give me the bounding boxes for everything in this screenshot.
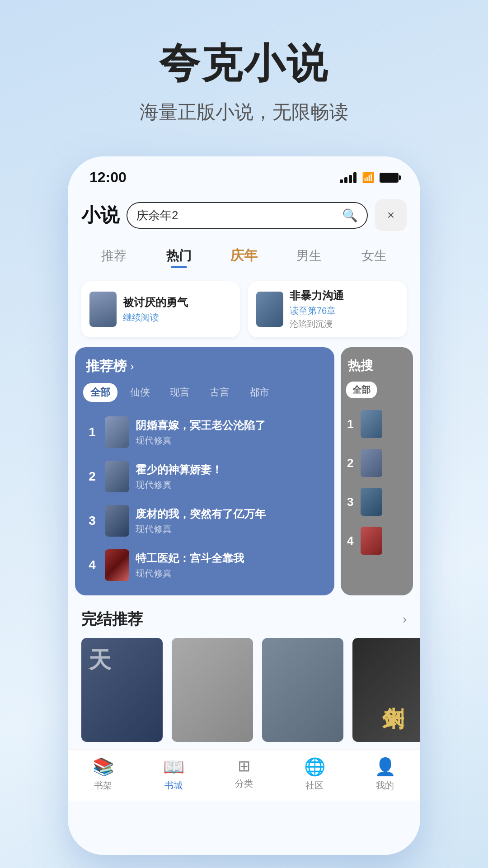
nav-item-profile[interactable]: 👤 我的 (350, 757, 420, 792)
rec-cover-2 (105, 461, 129, 492)
hot-cover-2 (361, 449, 382, 477)
status-time: 12:00 (89, 169, 127, 186)
close-button[interactable]: × (375, 199, 407, 231)
content-split: 推荐榜 › 全部 仙侠 现言 古言 都市 1 (68, 347, 420, 595)
rec-title: 推荐榜 (86, 357, 127, 376)
hot-item-4[interactable]: 4 (344, 521, 409, 560)
filter-tabs: 全部 仙侠 现言 古言 都市 (75, 383, 334, 410)
profile-icon: 👤 (375, 757, 396, 777)
rec-rank-3: 3 (86, 514, 99, 528)
rec-rank-1: 1 (86, 425, 99, 439)
rec-info-1: 阴婚喜嫁，冥王老公沦陷了 现代修真 (136, 418, 266, 447)
hot-cover-1 (361, 410, 382, 438)
nav-label-profile: 我的 (376, 779, 394, 792)
rec-item-1[interactable]: 1 阴婚喜嫁，冥王老公沦陷了 现代修真 (81, 410, 328, 454)
bottom-nav: 📚 书架 📖 书城 ⊞ 分类 🌐 社区 👤 我的 (68, 749, 420, 801)
rec-cover-3 (105, 505, 129, 537)
header: 小说 庆余年2 🔍 × (68, 190, 420, 238)
rec-list: 1 阴婚喜嫁，冥王老公沦陷了 现代修真 2 霍少的神算娇妻！ (75, 410, 334, 595)
hot-header: 热搜 (341, 347, 413, 382)
search-input-value: 庆余年2 (136, 208, 338, 223)
rec-item-2[interactable]: 2 霍少的神算娇妻！ 现代修真 (81, 454, 328, 499)
rec-info-3: 废材的我，突然有了亿万年 现代修真 (136, 507, 266, 535)
recent-card-2[interactable]: 非暴力沟通 读至第76章 沦陷到沉浸 (248, 281, 407, 337)
recent-progress-2: 沦陷到沉浸 (290, 318, 344, 330)
recent-card-1[interactable]: 被讨厌的勇气 继续阅读 (81, 281, 240, 337)
hot-item-3[interactable]: 3 (344, 482, 409, 521)
nav-label-store: 书城 (164, 779, 183, 792)
hot-rank-4: 4 (347, 534, 357, 548)
phone-frame: 12:00 📶 小说 庆余年2 🔍 × (68, 156, 420, 855)
book-row: 天 剑来 (81, 638, 407, 742)
tab-male[interactable]: 男生 (277, 244, 342, 268)
rec-info-2: 霍少的神算娇妻！ 现代修真 (136, 462, 222, 491)
hot-cover-3 (361, 488, 382, 516)
book-cover-2 (256, 292, 283, 327)
filter-xiandai[interactable]: 现言 (163, 383, 197, 402)
recent-title-2: 非暴力沟通 (290, 288, 344, 303)
tab-female[interactable]: 女生 (342, 244, 407, 268)
recent-action-2: 读至第76章 (290, 305, 344, 317)
book-thumb-1[interactable]: 天 (81, 638, 163, 742)
search-icon[interactable]: 🔍 (342, 208, 358, 223)
complete-section: 完结推荐 › 天 剑来 (68, 595, 420, 749)
rec-book-tag-4: 现代修真 (136, 567, 244, 580)
book-thumb-4[interactable]: 剑来 (352, 638, 420, 742)
rec-rank-4: 4 (86, 558, 99, 572)
hot-item-2[interactable]: 2 (344, 443, 409, 482)
recent-info-2: 非暴力沟通 读至第76章 沦陷到沉浸 (290, 288, 344, 330)
tab-recommend[interactable]: 推荐 (81, 244, 146, 268)
nav-label-category: 分类 (235, 778, 253, 790)
rec-rank-2: 2 (86, 469, 99, 484)
rec-header: 推荐榜 › (75, 347, 334, 383)
nav-label-bookshelf: 书架 (94, 779, 112, 792)
rec-book-tag-3: 现代修真 (136, 523, 266, 535)
book-cover-1 (89, 292, 117, 327)
wifi-icon: 📶 (362, 172, 374, 184)
rec-book-tag-2: 现代修真 (136, 479, 222, 491)
filter-xianxia[interactable]: 仙侠 (123, 383, 157, 402)
hot-filter-all[interactable]: 全部 (346, 382, 377, 398)
rec-info-4: 特工医妃：宫斗全靠我 现代修真 (136, 551, 244, 580)
hot-rank-3: 3 (347, 495, 357, 509)
rec-book-title-3: 废材的我，突然有了亿万年 (136, 507, 266, 521)
tab-special[interactable]: 庆年 (211, 243, 277, 269)
section-title: 完结推荐 (81, 609, 143, 630)
app-name: 夸克小说 (0, 36, 488, 91)
store-icon: 📖 (163, 757, 184, 777)
bookshelf-icon: 📚 (93, 757, 114, 777)
category-icon: ⊞ (238, 757, 250, 775)
signal-icon (340, 172, 357, 183)
rec-book-tag-1: 现代修真 (136, 434, 266, 447)
nav-label-community: 社区 (305, 779, 324, 792)
status-icons: 📶 (340, 172, 399, 184)
rec-item-4[interactable]: 4 特工医妃：宫斗全靠我 现代修真 (81, 543, 328, 587)
book-thumb-2[interactable] (172, 638, 253, 742)
filter-all[interactable]: 全部 (83, 383, 117, 402)
hot-item-1[interactable]: 1 (344, 405, 409, 443)
rec-book-title-4: 特工医妃：宫斗全靠我 (136, 551, 244, 566)
tab-hot[interactable]: 热门 (146, 244, 211, 268)
hot-panel: 热搜 全部 1 2 (341, 347, 413, 595)
hot-title: 热搜 (348, 359, 373, 373)
rec-item-3[interactable]: 3 废材的我，突然有了亿万年 现代修真 (81, 499, 328, 543)
nav-item-bookshelf[interactable]: 📚 书架 (68, 757, 138, 792)
hot-rank-1: 1 (347, 417, 357, 431)
nav-item-category[interactable]: ⊞ 分类 (209, 757, 279, 792)
search-bar[interactable]: 庆余年2 🔍 (127, 202, 368, 229)
section-arrow-icon[interactable]: › (403, 612, 407, 627)
filter-dushi[interactable]: 都市 (242, 383, 277, 402)
rec-arrow-icon[interactable]: › (130, 359, 134, 373)
filter-guyan[interactable]: 古言 (202, 383, 237, 402)
recent-action-1: 继续阅读 (123, 311, 188, 324)
recent-title-1: 被讨厌的勇气 (123, 295, 188, 310)
nav-item-community[interactable]: 🌐 社区 (279, 757, 350, 792)
book-thumb-3[interactable] (262, 638, 343, 742)
hot-filter: 全部 (341, 382, 413, 405)
hot-list: 1 2 3 4 (341, 405, 413, 566)
rec-cover-4 (105, 549, 129, 581)
app-tagline: 海量正版小说，无限畅读 (0, 99, 488, 125)
nav-tabs: 推荐 热门 庆年 男生 女生 (68, 238, 420, 276)
section-header: 完结推荐 › (81, 609, 407, 630)
nav-item-store[interactable]: 📖 书城 (138, 757, 209, 792)
